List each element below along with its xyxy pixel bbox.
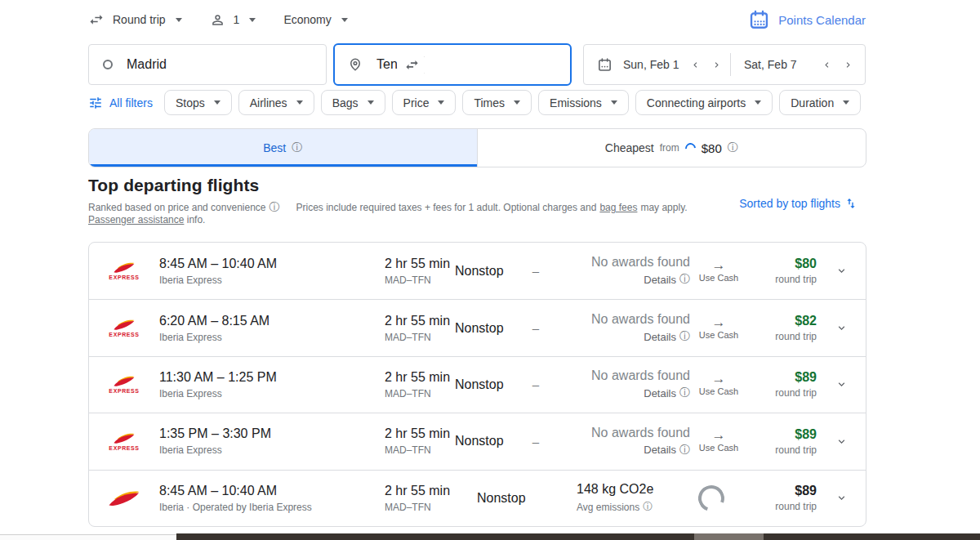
- airline-logo-iberia-express: EXPRESS: [89, 375, 159, 394]
- filter-chip-stops[interactable]: Stops: [164, 90, 232, 115]
- scrollbar-thumb[interactable]: [694, 533, 764, 540]
- price-note: round trip: [775, 501, 817, 512]
- filter-chip-airlines[interactable]: Airlines: [238, 90, 314, 115]
- dropdown-arrow-icon: [249, 18, 256, 22]
- expand-flight-button[interactable]: [817, 492, 866, 504]
- date-range-picker[interactable]: Sun, Feb 1 Sat, Feb 7: [583, 44, 866, 85]
- info-icon[interactable]: ⓘ: [643, 500, 653, 514]
- flight-row[interactable]: EXPRESS 11:30 AM – 1:25 PM Iberia Expres…: [89, 356, 866, 413]
- dropdown-arrow-icon: [438, 100, 444, 105]
- trip-type-label: Round trip: [113, 13, 166, 26]
- dropdown-arrow-icon: [514, 100, 520, 105]
- results-subtitle: Ranked based on price and convenienceⓘPr…: [88, 200, 691, 215]
- avg-emissions-row: Avg emissionsⓘ: [577, 500, 675, 514]
- filter-chip-times[interactable]: Times: [462, 90, 532, 115]
- bottom-bar-left-segment: [0, 534, 176, 540]
- flight-row[interactable]: 8:45 AM – 10:40 AM Iberia · Operated by …: [89, 470, 866, 526]
- filter-chip-price[interactable]: Price: [392, 90, 457, 115]
- info-icon[interactable]: ⓘ: [728, 141, 738, 155]
- flight-duration: 2 hr 55 min: [385, 484, 455, 498]
- loading-spinner-icon: [694, 480, 729, 515]
- all-filters-button[interactable]: All filters: [88, 96, 153, 110]
- results-subtitle-2: Passenger assistance info.: [88, 214, 205, 225]
- flight-times: 11:30 AM – 1:25 PM: [159, 370, 385, 385]
- flight-times: 8:45 AM – 10:40 AM: [159, 484, 385, 498]
- filters-bar: All filters Stops Airlines Bags Price Ti…: [88, 90, 861, 115]
- details-link[interactable]: Detailsⓘ: [644, 272, 690, 287]
- return-date-prev-button[interactable]: [816, 54, 837, 75]
- airline-logo-iberia: [89, 489, 159, 507]
- flight-stops: Nonstop: [455, 377, 528, 392]
- info-icon[interactable]: ⓘ: [292, 141, 302, 155]
- use-cash-button[interactable]: → Use Cash: [690, 373, 747, 396]
- expand-flight-button[interactable]: [817, 435, 866, 448]
- filter-chip-connecting-airports[interactable]: Connecting airports: [635, 90, 773, 115]
- details-link[interactable]: Detailsⓘ: [644, 329, 690, 344]
- trip-type-selector[interactable]: Round trip: [88, 11, 182, 28]
- dropdown-arrow-icon: [843, 100, 849, 105]
- destination-input[interactable]: Tenerife: [333, 43, 572, 86]
- location-pin-icon: [348, 57, 363, 72]
- sort-tabs: Best ⓘ Cheapest from $80 ⓘ: [88, 128, 866, 167]
- origin-circle-icon: [103, 60, 113, 69]
- arrow-right-icon: →: [712, 260, 726, 271]
- filter-chip-emissions[interactable]: Emissions: [538, 90, 629, 115]
- tab-best[interactable]: Best ⓘ: [89, 129, 478, 167]
- award-dash: –: [528, 321, 544, 335]
- use-cash-button[interactable]: → Use Cash: [690, 430, 747, 453]
- cabin-class-selector[interactable]: Economy: [283, 13, 347, 26]
- page-title: Top departing flights: [88, 176, 259, 195]
- departure-date-field[interactable]: Sun, Feb 1: [612, 45, 727, 84]
- may-apply-note: may apply.: [640, 202, 687, 213]
- details-link[interactable]: Detailsⓘ: [644, 443, 690, 457]
- details-link[interactable]: Detailsⓘ: [644, 386, 690, 400]
- bag-fees-link[interactable]: bag fees: [599, 202, 637, 213]
- flight-row[interactable]: EXPRESS 8:45 AM – 10:40 AM Iberia Expres…: [89, 243, 866, 299]
- return-date-field[interactable]: Sat, Feb 7: [734, 45, 858, 84]
- selected-tab-underline: [89, 164, 477, 167]
- expand-flight-button[interactable]: [817, 378, 866, 390]
- expand-flight-button[interactable]: [817, 322, 866, 334]
- chevron-down-icon: [835, 435, 848, 448]
- flight-price: $80: [795, 257, 817, 271]
- chip-label: Airlines: [250, 96, 287, 109]
- airline-logo-iberia-express: EXPRESS: [89, 261, 159, 280]
- points-calendar-label: Points Calendar: [778, 13, 866, 27]
- filter-chip-duration[interactable]: Duration: [779, 90, 861, 115]
- from-label: from: [660, 142, 679, 154]
- use-cash-button[interactable]: → Use Cash: [690, 260, 747, 283]
- awards-status: No awards found: [591, 368, 690, 383]
- departure-date-next-button[interactable]: [706, 54, 727, 75]
- departure-date-prev-button[interactable]: [684, 54, 706, 75]
- passenger-count: 1: [234, 13, 240, 26]
- flight-airline: Iberia · Operated by Iberia Express: [159, 502, 385, 513]
- chip-label: Emissions: [550, 96, 602, 109]
- origin-input[interactable]: Madrid: [88, 44, 327, 85]
- info-icon[interactable]: ⓘ: [270, 201, 280, 213]
- passenger-assistance-link[interactable]: Passenger assistance: [88, 214, 184, 225]
- expand-flight-button[interactable]: [817, 265, 866, 277]
- swap-locations-button[interactable]: [397, 50, 427, 80]
- details-label: Details: [644, 274, 676, 286]
- flight-row[interactable]: EXPRESS 6:20 AM – 8:15 AM Iberia Express…: [89, 299, 866, 355]
- filter-chip-bags[interactable]: Bags: [321, 90, 385, 115]
- flight-duration: 2 hr 55 min: [385, 314, 455, 328]
- cabin-class-label: Economy: [283, 13, 331, 26]
- sorted-by-button[interactable]: Sorted by top flights: [739, 197, 858, 210]
- flight-stops: Nonstop: [455, 491, 561, 506]
- passenger-selector[interactable]: 1: [210, 12, 256, 28]
- award-dash: –: [528, 264, 544, 278]
- tab-cheapest[interactable]: Cheapest from $80 ⓘ: [478, 129, 866, 167]
- use-cash-button[interactable]: → Use Cash: [690, 317, 747, 340]
- flight-row[interactable]: EXPRESS 1:35 PM – 3:30 PM Iberia Express…: [89, 413, 866, 469]
- search-row: Madrid Tenerife Sun, Feb 1: [88, 43, 866, 86]
- points-calendar-button[interactable]: Points Calendar: [748, 9, 866, 31]
- loading-spinner-icon: [683, 141, 697, 155]
- airline-logo-iberia-express: EXPRESS: [89, 432, 159, 451]
- return-date-next-button[interactable]: [837, 54, 858, 75]
- flight-price: $89: [795, 370, 817, 385]
- page-bottom-bar: [0, 533, 980, 540]
- flight-results-list: EXPRESS 8:45 AM – 10:40 AM Iberia Expres…: [88, 242, 866, 527]
- use-cash-label: Use Cash: [699, 443, 738, 453]
- date-divider: [730, 53, 731, 76]
